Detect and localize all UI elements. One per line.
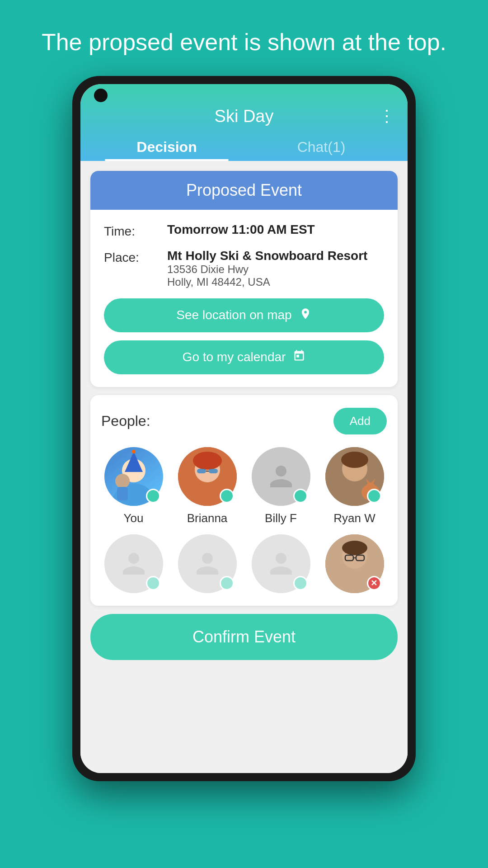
svg-rect-10 xyxy=(197,469,206,473)
people-header: People: Add xyxy=(101,408,387,434)
tab-chat[interactable]: Chat(1) xyxy=(244,131,399,161)
app-title: Ski Day xyxy=(94,107,394,126)
header-title-row: Ski Day ⋮ xyxy=(80,107,408,131)
calendar-icon xyxy=(293,349,305,365)
person-brianna: Brianna xyxy=(175,447,239,525)
person-name-ryan-w: Ryan W xyxy=(333,511,375,525)
person-ryan-w: Ryan W xyxy=(322,447,387,525)
time-label: Time: xyxy=(104,222,158,239)
app-header: Ski Day ⋮ Decision Chat(1) xyxy=(80,84,408,161)
tab-decision[interactable]: Decision xyxy=(89,131,244,161)
person-p6 xyxy=(175,534,239,593)
go-to-calendar-button[interactable]: Go to my calendar xyxy=(104,340,384,374)
time-value: Tomorrow 11:00 AM EST xyxy=(167,222,315,237)
avatar-wrapper-you xyxy=(104,447,163,506)
status-bar xyxy=(80,84,408,107)
place-address-line2: Holly, MI 48442, USA xyxy=(167,276,367,288)
avatar-wrapper-p8: ✕ xyxy=(325,534,384,593)
person-billy-f: Billy F xyxy=(249,447,313,525)
avatar-wrapper-ryan-w xyxy=(325,447,384,506)
confirm-event-bar[interactable]: Confirm Event xyxy=(90,614,398,660)
see-location-label: See location on map xyxy=(176,308,291,322)
status-dot-p5 xyxy=(146,576,160,590)
avatar-wrapper-brianna xyxy=(178,447,237,506)
person-you: You xyxy=(101,447,166,525)
svg-point-3 xyxy=(132,450,136,453)
status-dot-brianna xyxy=(220,489,234,503)
main-content: Proposed Event Time: Tomorrow 11:00 AM E… xyxy=(80,161,408,773)
see-location-button[interactable]: See location on map xyxy=(104,298,384,332)
status-dot-ryan-w xyxy=(367,489,381,503)
add-people-button[interactable]: Add xyxy=(333,408,387,434)
event-card-title: Proposed Event xyxy=(186,181,302,199)
place-info: Mt Holly Ski & Snowboard Resort 13536 Di… xyxy=(167,249,367,288)
status-dot-billy-f xyxy=(293,489,308,503)
phone-frame: Ski Day ⋮ Decision Chat(1) Prop xyxy=(72,76,416,781)
person-name-brianna: Brianna xyxy=(187,511,228,525)
tabs-row: Decision Chat(1) xyxy=(80,131,408,161)
person-p5 xyxy=(101,534,166,593)
avatar-wrapper-p5 xyxy=(104,534,163,593)
avatar-wrapper-p6 xyxy=(178,534,237,593)
avatar-wrapper-billy-f xyxy=(252,447,310,506)
place-label: Place: xyxy=(104,249,158,265)
person-name-billy-f: Billy F xyxy=(265,511,297,525)
camera-hole xyxy=(94,89,108,102)
phone-screen: Ski Day ⋮ Decision Chat(1) Prop xyxy=(80,84,408,773)
page-background-label: The propsed event is shown at the top. xyxy=(14,0,474,76)
status-dot-p6 xyxy=(220,576,234,590)
avatar-wrapper-p7 xyxy=(252,534,310,593)
event-card: Proposed Event Time: Tomorrow 11:00 AM E… xyxy=(90,171,398,387)
page-background: The propsed event is shown at the top. S… xyxy=(0,0,488,868)
place-address-line1: 13536 Dixie Hwy xyxy=(167,263,367,276)
svg-rect-5 xyxy=(117,487,128,500)
place-row: Place: Mt Holly Ski & Snowboard Resort 1… xyxy=(104,249,384,288)
people-section: People: Add xyxy=(90,395,398,606)
person-name-you: You xyxy=(124,511,144,525)
status-dot-p8: ✕ xyxy=(367,576,381,590)
place-name: Mt Holly Ski & Snowboard Resort xyxy=(167,249,367,263)
confirm-event-label: Confirm Event xyxy=(192,627,296,646)
status-dot-you xyxy=(146,489,160,503)
calendar-label: Go to my calendar xyxy=(183,350,286,364)
map-icon xyxy=(299,307,312,323)
people-grid-row2: ✕ xyxy=(101,534,387,593)
event-card-header: Proposed Event xyxy=(90,171,398,210)
person-p8: ✕ xyxy=(322,534,387,593)
people-label: People: xyxy=(101,413,150,429)
more-icon[interactable]: ⋮ xyxy=(379,107,394,126)
svg-point-8 xyxy=(193,452,222,470)
svg-point-23 xyxy=(342,541,367,555)
status-dot-p7 xyxy=(293,576,308,590)
person-p7 xyxy=(249,534,313,593)
svg-point-15 xyxy=(341,452,368,468)
svg-point-4 xyxy=(115,474,130,488)
event-card-body: Time: Tomorrow 11:00 AM EST Place: Mt Ho… xyxy=(90,210,398,387)
time-row: Time: Tomorrow 11:00 AM EST xyxy=(104,222,384,239)
people-grid-row1: You xyxy=(101,447,387,525)
svg-rect-11 xyxy=(209,469,218,473)
